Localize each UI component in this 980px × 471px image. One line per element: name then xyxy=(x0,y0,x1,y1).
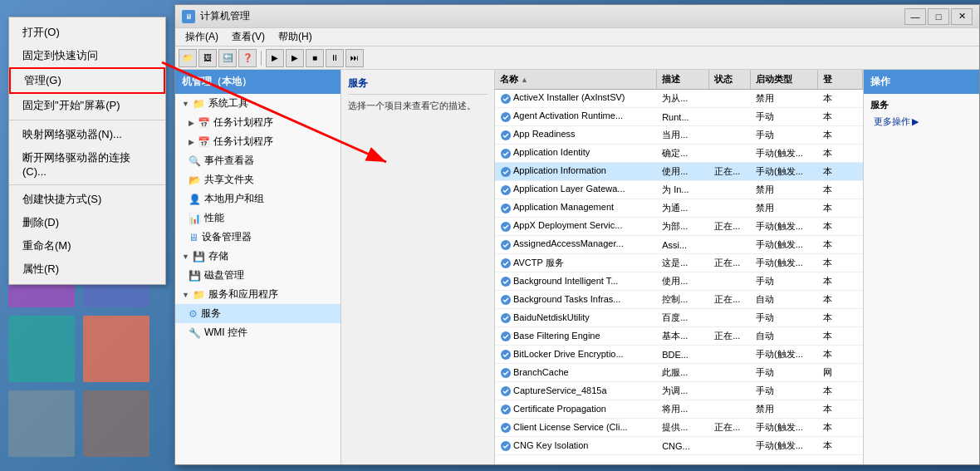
context-menu-item-manage[interactable]: 管理(G) xyxy=(9,67,165,94)
service-logon: 本 xyxy=(818,236,863,253)
service-status xyxy=(709,133,751,138)
service-row[interactable]: ActiveX Installer (AxInstSV) 为从... 禁用 本 xyxy=(495,90,863,108)
service-startup: 自动 xyxy=(751,291,818,308)
service-row[interactable]: Client License Service (Cli... 提供... 正在.… xyxy=(495,419,863,437)
col-header-startup[interactable]: 启动类型 xyxy=(751,70,818,89)
service-startup: 手动 xyxy=(751,364,818,381)
sidebar-item-performance[interactable]: 📊 性能 xyxy=(175,209,341,228)
service-row[interactable]: Agent Activation Runtime... Runt... 手动 本 xyxy=(495,108,863,126)
service-startup: 手动(触发... xyxy=(751,145,818,162)
main-window: 🖥 计算机管理 — □ ✕ 操作(A) 查看(V) 帮助(H) 📁 🖼 🔙 ❓ … xyxy=(174,4,980,465)
service-name: Background Intelligent T... xyxy=(495,273,657,290)
service-row-app-information[interactable]: Application Information 使用... 正在... 手动(触… xyxy=(495,163,863,181)
context-menu-item-open[interactable]: 打开(O) xyxy=(9,21,165,44)
context-menu-item-pin-quick[interactable]: 固定到快速访问 xyxy=(9,44,165,67)
action-more-operations[interactable]: 更多操作 ▶ xyxy=(864,113,979,130)
service-row[interactable]: CaptureService_4815a 为调... 手动 本 xyxy=(495,382,863,400)
toolbar-btn-stop[interactable]: ■ xyxy=(306,49,324,67)
toolbar-btn-refresh[interactable]: 🔙 xyxy=(218,49,237,67)
service-logon: 本 xyxy=(818,437,863,454)
context-menu-item-create-shortcut[interactable]: 创建快捷方式(S) xyxy=(9,188,165,211)
service-row[interactable]: BitLocker Drive Encryptio... BDE... 手动(触… xyxy=(495,346,863,364)
sidebar-item-system-tools[interactable]: ▼ 📁 系统工具 xyxy=(175,94,341,113)
sidebar-item-services[interactable]: ⚙ 服务 xyxy=(175,304,341,323)
service-desc: 为 In... xyxy=(657,181,709,199)
service-logon: 本 xyxy=(818,126,863,144)
service-status xyxy=(709,370,751,375)
service-startup: 禁用 xyxy=(751,199,818,217)
service-row[interactable]: Background Intelligent T... 使用... 手动 本 xyxy=(495,272,863,291)
toolbar-btn-help[interactable]: ❓ xyxy=(238,49,257,67)
service-row-app-readiness[interactable]: App Readiness 当用... 手动 本 xyxy=(495,126,863,145)
service-row[interactable]: BaiduNetdiskUtility 百度... 手动 本 xyxy=(495,309,863,327)
service-desc: 当用... xyxy=(657,126,709,144)
toolbar-btn-play[interactable]: ▶ xyxy=(266,49,284,67)
service-startup: 自动 xyxy=(751,327,818,345)
service-status xyxy=(709,352,751,357)
toolbar-btn-image[interactable]: 🖼 xyxy=(198,49,217,67)
service-startup: 禁用 xyxy=(751,400,818,418)
service-row[interactable]: AssignedAccessManager... Assi... 手动(触发..… xyxy=(495,236,863,254)
service-logon: 本 xyxy=(818,199,863,217)
sidebar-item-storage[interactable]: ▼ 💾 存储 xyxy=(175,247,341,266)
toolbar-btn-folder[interactable]: 📁 xyxy=(179,49,197,67)
toolbar-btn-pause[interactable]: ⏸ xyxy=(326,49,344,67)
service-name: AssignedAccessManager... xyxy=(495,236,657,253)
service-row[interactable]: AVCTP 服务 这是... 正在... 手动(触发... 本 xyxy=(495,254,863,272)
sidebar-item-wmi[interactable]: 🔧 WMI 控件 xyxy=(175,323,341,342)
context-menu-item-rename[interactable]: 重命名(M) xyxy=(9,234,165,258)
service-name: ActiveX Installer (AxInstSV) xyxy=(495,90,657,106)
maximize-button[interactable]: □ xyxy=(928,8,949,25)
col-header-name[interactable]: 名称 ▲ xyxy=(495,70,657,89)
service-startup: 手动 xyxy=(751,309,818,326)
service-logon: 本 xyxy=(818,90,863,107)
service-row[interactable]: Application Layer Gatewa... 为 In... 禁用 本 xyxy=(495,181,863,199)
sidebar-item-disk-management[interactable]: 💾 磁盘管理 xyxy=(175,266,341,285)
window-icon: 🖥 xyxy=(182,10,195,23)
sidebar-item-local-users[interactable]: 👤 本地用户和组 xyxy=(175,189,341,209)
device-icon: 🖥 xyxy=(189,232,198,243)
menu-view[interactable]: 查看(V) xyxy=(225,28,272,46)
service-row[interactable]: Base Filtering Engine 基本... 正在... 自动 本 xyxy=(495,327,863,346)
service-row[interactable]: Certificate Propagation 将用... 禁用 本 xyxy=(495,400,863,419)
context-menu-item-map-drive[interactable]: 映射网络驱动器(N)... xyxy=(9,123,165,146)
service-row[interactable]: Application Management 为通... 禁用 本 xyxy=(495,199,863,218)
toolbar-btn-play2[interactable]: ▶ xyxy=(286,49,304,67)
service-row[interactable]: AppX Deployment Servic... 为部... 正在... 手动… xyxy=(495,218,863,236)
sidebar-item-event-viewer[interactable]: 🔍 事件查看器 xyxy=(175,151,341,170)
sidebar-item-device-manager[interactable]: 🖥 设备管理器 xyxy=(175,228,341,247)
service-startup: 手动(触发... xyxy=(751,254,818,272)
col-header-status[interactable]: 状态 xyxy=(709,70,751,89)
context-menu-item-properties[interactable]: 属性(R) xyxy=(9,258,165,281)
col-header-desc[interactable]: 描述 xyxy=(657,70,709,89)
service-logon: 本 xyxy=(818,382,863,400)
context-menu-item-delete[interactable]: 删除(D) xyxy=(9,211,165,234)
close-button[interactable]: ✕ xyxy=(951,8,973,25)
service-desc: Runt... xyxy=(657,110,709,125)
menu-help[interactable]: 帮助(H) xyxy=(272,28,319,46)
sidebar-header: 机管理（本地） xyxy=(175,70,341,94)
service-row-app-identity[interactable]: Application Identity 确定... 手动(触发... 本 xyxy=(495,145,863,163)
service-description-text: 选择一个项目来查看它的描述。 xyxy=(348,100,488,112)
wmi-icon: 🔧 xyxy=(189,327,201,339)
context-menu-item-disconnect-drive[interactable]: 断开网络驱动器的连接(C)... xyxy=(9,146,165,182)
sidebar-item-services-apps[interactable]: ▼ 📁 服务和应用程序 xyxy=(175,285,341,304)
toolbar-btn-next[interactable]: ⏭ xyxy=(345,49,364,67)
service-logon: 本 xyxy=(818,272,863,290)
service-desc: 将用... xyxy=(657,400,709,418)
col-header-logon[interactable]: 登 xyxy=(818,70,863,89)
services-panel-title: 服务 xyxy=(348,76,488,95)
service-status xyxy=(709,96,751,101)
context-menu-item-pin-start[interactable]: 固定到"开始"屏幕(P) xyxy=(9,94,165,117)
service-row[interactable]: BranchCache 此服... 手动 网 xyxy=(495,364,863,382)
menu-action[interactable]: 操作(A) xyxy=(179,28,225,46)
service-status xyxy=(709,444,751,449)
sidebar-item-shared-folders[interactable]: 📂 共享文件夹 xyxy=(175,170,341,189)
sidebar-item-task-scheduler[interactable]: ▶ 📅 任务计划程序 xyxy=(175,113,341,132)
service-list-container[interactable]: 名称 ▲ 描述 状态 启动类型 登 ActiveX Installer (AxI… xyxy=(495,70,863,464)
sidebar-item-task-scheduler2[interactable]: ▶ 📅 任务计划程序 xyxy=(175,132,341,151)
service-row[interactable]: CNG Key Isolation CNG... 手动(触发... 本 xyxy=(495,437,863,455)
service-row[interactable]: Background Tasks Infras... 控制... 正在... 自… xyxy=(495,291,863,309)
minimize-button[interactable]: — xyxy=(904,8,926,25)
service-startup: 手动(触发... xyxy=(751,419,818,436)
